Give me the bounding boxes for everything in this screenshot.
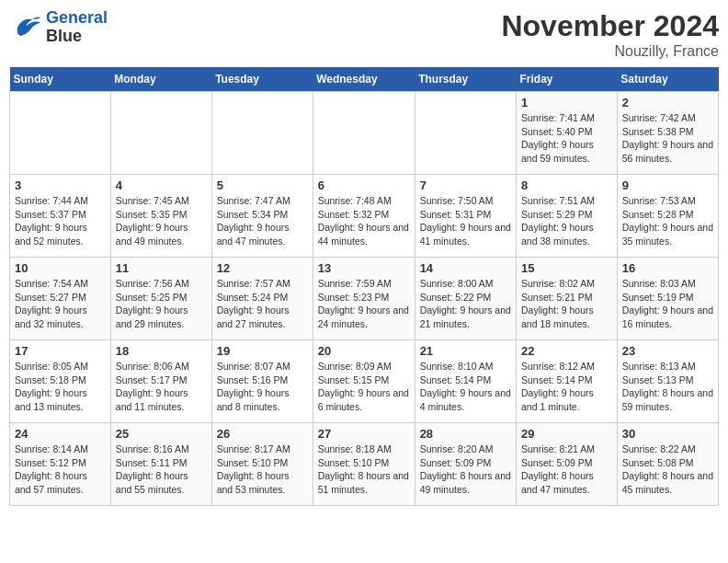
day-info: Sunrise: 8:02 AM Sunset: 5:21 PM Dayligh…	[521, 277, 612, 331]
day-info: Sunrise: 8:20 AM Sunset: 5:09 PM Dayligh…	[420, 442, 511, 497]
day-number: 4	[116, 178, 207, 192]
calendar-cell: 21Sunrise: 8:10 AM Sunset: 5:14 PM Dayli…	[415, 340, 516, 423]
day-number: 28	[420, 427, 511, 441]
calendar-cell: 4Sunrise: 7:45 AM Sunset: 5:35 PM Daylig…	[110, 175, 211, 258]
calendar-cell: 11Sunrise: 7:56 AM Sunset: 5:25 PM Dayli…	[110, 258, 211, 340]
calendar-table: SundayMondayTuesdayWednesdayThursdayFrid…	[9, 67, 719, 506]
logo: General Blue	[9, 9, 108, 46]
header-row: SundayMondayTuesdayWednesdayThursdayFrid…	[10, 67, 719, 92]
calendar-cell: 10Sunrise: 7:54 AM Sunset: 5:27 PM Dayli…	[10, 258, 111, 340]
column-header-friday: Friday	[516, 67, 617, 92]
day-info: Sunrise: 7:42 AM Sunset: 5:38 PM Dayligh…	[622, 111, 713, 166]
day-number: 23	[622, 344, 713, 358]
day-number: 18	[116, 344, 207, 358]
day-number: 9	[622, 178, 713, 192]
column-header-thursday: Thursday	[415, 67, 516, 92]
day-number: 11	[116, 261, 207, 275]
day-number: 14	[420, 261, 511, 275]
calendar-cell: 18Sunrise: 8:06 AM Sunset: 5:17 PM Dayli…	[110, 340, 211, 423]
calendar-cell	[313, 92, 415, 175]
day-info: Sunrise: 8:14 AM Sunset: 5:12 PM Dayligh…	[15, 442, 106, 497]
column-header-saturday: Saturday	[617, 67, 718, 92]
calendar-cell: 1Sunrise: 7:41 AM Sunset: 5:40 PM Daylig…	[516, 92, 617, 175]
day-number: 12	[217, 261, 308, 275]
calendar-cell: 16Sunrise: 8:03 AM Sunset: 5:19 PM Dayli…	[617, 258, 718, 340]
day-info: Sunrise: 8:10 AM Sunset: 5:14 PM Dayligh…	[420, 360, 511, 414]
day-number: 10	[15, 261, 106, 275]
day-info: Sunrise: 7:54 AM Sunset: 5:27 PM Dayligh…	[15, 277, 106, 331]
day-number: 30	[622, 427, 713, 441]
calendar-cell: 6Sunrise: 7:48 AM Sunset: 5:32 PM Daylig…	[313, 175, 415, 258]
column-header-sunday: Sunday	[10, 67, 111, 92]
calendar-cell	[211, 92, 313, 175]
calendar-cell: 12Sunrise: 7:57 AM Sunset: 5:24 PM Dayli…	[211, 258, 313, 340]
calendar-cell: 30Sunrise: 8:22 AM Sunset: 5:08 PM Dayli…	[617, 423, 718, 506]
day-number: 25	[116, 427, 207, 441]
day-info: Sunrise: 8:03 AM Sunset: 5:19 PM Dayligh…	[622, 277, 713, 331]
calendar-cell: 29Sunrise: 8:21 AM Sunset: 5:09 PM Dayli…	[516, 423, 617, 506]
day-number: 21	[420, 344, 511, 358]
day-number: 7	[420, 178, 511, 192]
calendar-cell: 22Sunrise: 8:12 AM Sunset: 5:14 PM Dayli…	[516, 340, 617, 423]
day-info: Sunrise: 7:56 AM Sunset: 5:25 PM Dayligh…	[116, 277, 207, 331]
day-info: Sunrise: 7:57 AM Sunset: 5:24 PM Dayligh…	[217, 277, 308, 331]
day-info: Sunrise: 8:21 AM Sunset: 5:09 PM Dayligh…	[521, 442, 612, 497]
day-info: Sunrise: 8:09 AM Sunset: 5:15 PM Dayligh…	[318, 360, 410, 414]
calendar-cell: 9Sunrise: 7:53 AM Sunset: 5:28 PM Daylig…	[617, 175, 718, 258]
day-info: Sunrise: 7:48 AM Sunset: 5:32 PM Dayligh…	[318, 194, 410, 248]
calendar-cell: 17Sunrise: 8:05 AM Sunset: 5:18 PM Dayli…	[10, 340, 111, 423]
day-number: 8	[521, 178, 612, 192]
week-row-3: 17Sunrise: 8:05 AM Sunset: 5:18 PM Dayli…	[10, 340, 719, 423]
day-number: 19	[217, 344, 308, 358]
day-info: Sunrise: 7:44 AM Sunset: 5:37 PM Dayligh…	[15, 194, 106, 248]
calendar-cell: 15Sunrise: 8:02 AM Sunset: 5:21 PM Dayli…	[516, 258, 617, 340]
day-info: Sunrise: 7:59 AM Sunset: 5:23 PM Dayligh…	[318, 277, 410, 331]
page-header: General Blue November 2024 Nouzilly, Fra…	[9, 9, 719, 60]
logo-text: General Blue	[46, 9, 108, 46]
title-block: November 2024 Nouzilly, France	[501, 9, 719, 60]
calendar-cell: 24Sunrise: 8:14 AM Sunset: 5:12 PM Dayli…	[10, 423, 111, 506]
day-info: Sunrise: 8:00 AM Sunset: 5:22 PM Dayligh…	[420, 277, 511, 331]
calendar-cell: 13Sunrise: 7:59 AM Sunset: 5:23 PM Dayli…	[313, 258, 415, 340]
month-title: November 2024	[501, 9, 719, 43]
calendar-cell	[10, 92, 111, 175]
column-header-wednesday: Wednesday	[313, 67, 415, 92]
day-info: Sunrise: 8:12 AM Sunset: 5:14 PM Dayligh…	[521, 360, 612, 414]
day-info: Sunrise: 8:05 AM Sunset: 5:18 PM Dayligh…	[15, 360, 106, 414]
day-info: Sunrise: 8:16 AM Sunset: 5:11 PM Dayligh…	[116, 442, 207, 497]
column-header-monday: Monday	[110, 67, 211, 92]
calendar-cell	[110, 92, 211, 175]
day-info: Sunrise: 7:45 AM Sunset: 5:35 PM Dayligh…	[116, 194, 207, 248]
day-number: 1	[521, 96, 612, 109]
calendar-cell: 7Sunrise: 7:50 AM Sunset: 5:31 PM Daylig…	[415, 175, 516, 258]
day-number: 26	[217, 427, 308, 441]
calendar-cell: 5Sunrise: 7:47 AM Sunset: 5:34 PM Daylig…	[211, 175, 313, 258]
calendar-cell: 23Sunrise: 8:13 AM Sunset: 5:13 PM Dayli…	[617, 340, 718, 423]
day-number: 5	[217, 178, 308, 192]
calendar-cell	[415, 92, 516, 175]
day-number: 29	[521, 427, 612, 441]
calendar-cell: 20Sunrise: 8:09 AM Sunset: 5:15 PM Dayli…	[313, 340, 415, 423]
calendar-cell: 14Sunrise: 8:00 AM Sunset: 5:22 PM Dayli…	[415, 258, 516, 340]
day-info: Sunrise: 7:53 AM Sunset: 5:28 PM Dayligh…	[622, 194, 713, 248]
calendar-cell: 3Sunrise: 7:44 AM Sunset: 5:37 PM Daylig…	[10, 175, 111, 258]
calendar-cell: 26Sunrise: 8:17 AM Sunset: 5:10 PM Dayli…	[211, 423, 313, 506]
calendar-cell: 8Sunrise: 7:51 AM Sunset: 5:29 PM Daylig…	[516, 175, 617, 258]
day-info: Sunrise: 7:51 AM Sunset: 5:29 PM Dayligh…	[521, 194, 612, 248]
day-number: 22	[521, 344, 612, 358]
calendar-cell: 25Sunrise: 8:16 AM Sunset: 5:11 PM Dayli…	[110, 423, 211, 506]
day-number: 17	[15, 344, 106, 358]
calendar-cell: 2Sunrise: 7:42 AM Sunset: 5:38 PM Daylig…	[617, 92, 718, 175]
column-header-tuesday: Tuesday	[211, 67, 313, 92]
calendar-cell: 28Sunrise: 8:20 AM Sunset: 5:09 PM Dayli…	[415, 423, 516, 506]
day-info: Sunrise: 8:07 AM Sunset: 5:16 PM Dayligh…	[217, 360, 308, 414]
day-number: 13	[318, 261, 410, 275]
day-info: Sunrise: 7:41 AM Sunset: 5:40 PM Dayligh…	[521, 111, 612, 166]
calendar-cell: 27Sunrise: 8:18 AM Sunset: 5:10 PM Dayli…	[313, 423, 415, 506]
calendar-cell: 19Sunrise: 8:07 AM Sunset: 5:16 PM Dayli…	[211, 340, 313, 423]
day-number: 6	[318, 178, 410, 192]
week-row-4: 24Sunrise: 8:14 AM Sunset: 5:12 PM Dayli…	[10, 423, 719, 506]
week-row-0: 1Sunrise: 7:41 AM Sunset: 5:40 PM Daylig…	[10, 92, 719, 175]
day-number: 2	[622, 96, 713, 109]
day-info: Sunrise: 7:50 AM Sunset: 5:31 PM Dayligh…	[420, 194, 511, 248]
